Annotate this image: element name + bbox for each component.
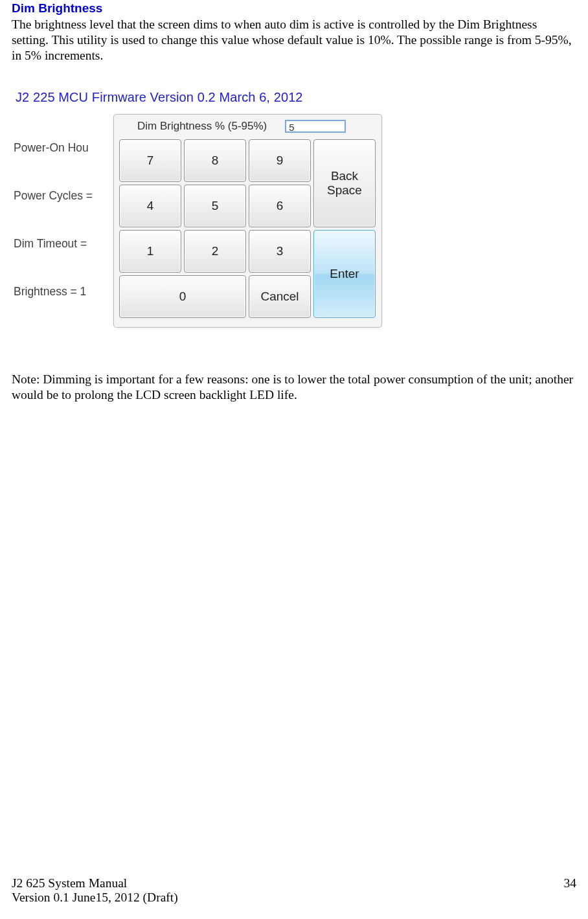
window-title: J2 225 MCU Firmware Version 0.2 March 6,… [16,90,576,105]
bg-label-dimtimeout: Dim Timeout = [14,237,87,251]
footer-doc-title: J2 625 System Manual [12,876,127,891]
key-7[interactable]: 7 [119,139,181,182]
key-enter[interactable]: Enter [313,230,376,318]
key-8[interactable]: 8 [184,139,246,182]
bg-label-brightness: Brightness = 1 [14,285,86,299]
key-9[interactable]: 9 [249,139,311,182]
body-paragraph: The brightness level that the screen dim… [12,17,576,63]
key-4[interactable]: 4 [119,185,181,227]
note-paragraph: Note: Dimming is important for a few rea… [12,372,576,403]
key-backspace[interactable]: Back Space [313,139,376,227]
numeric-keypad: 7 8 9 Back Space 4 5 6 1 2 3 Enter 0 Can… [119,139,376,318]
keypad-dialog: Dim Brightness % (5-95%) 5 7 8 9 Back Sp… [113,114,382,328]
key-2[interactable]: 2 [184,230,246,273]
bg-label-powercycles: Power Cycles = [14,189,93,203]
page-footer: J2 625 System Manual 34 Version 0.1 June… [12,876,576,905]
key-6[interactable]: 6 [249,185,311,227]
footer-page-number: 34 [564,876,577,891]
key-0[interactable]: 0 [119,275,246,318]
section-heading: Dim Brightness [12,1,576,16]
key-3[interactable]: 3 [249,230,311,273]
key-1[interactable]: 1 [119,230,181,273]
bg-label-poweron: Power-On Hou [14,141,89,155]
dialog-label: Dim Brightness % (5-95%) [137,120,267,133]
footer-doc-version: Version 0.1 June15, 2012 (Draft) [12,891,576,905]
key-cancel[interactable]: Cancel [249,275,311,318]
embedded-screenshot: J2 225 MCU Firmware Version 0.2 March 6,… [10,90,576,354]
dim-brightness-input[interactable]: 5 [285,120,346,133]
key-5[interactable]: 5 [184,185,246,227]
